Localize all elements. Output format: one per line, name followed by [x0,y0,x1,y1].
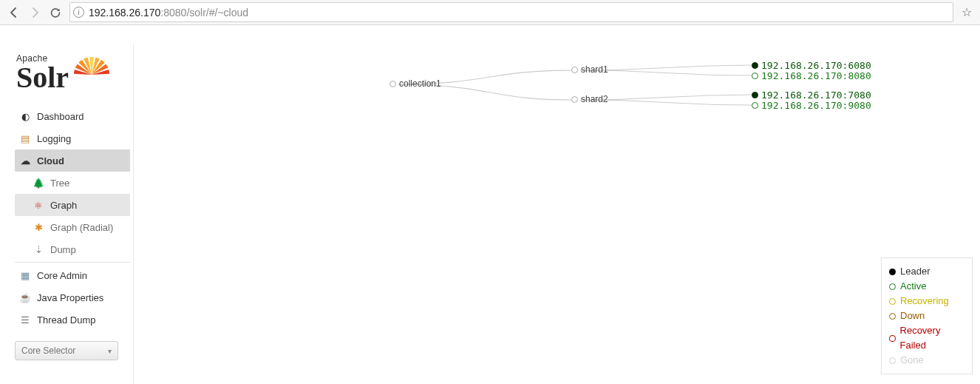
graph-node-replica[interactable]: 192.168.26.170:8080 [752,70,871,81]
coffee-icon: ☕ [19,292,31,303]
sidebar-item-label: Graph [50,200,77,211]
node-label: 192.168.26.170:6080 [761,60,871,71]
logo-solr-label: Solr [16,64,69,92]
legend-dot-icon [889,335,896,342]
legend-row-failed: Recovery Failed [889,323,964,353]
tree-icon: 🌲 [33,177,44,189]
legend-row-leader: Leader [889,264,964,279]
cloud-graph: collection1 shard1 shard2 192.168.26.170… [134,44,980,384]
node-dot-icon [571,67,578,73]
core-selector-dropdown[interactable]: Core Selector ▾ [15,341,118,360]
graph-node-replica[interactable]: 192.168.26.170:6080 [752,60,871,71]
node-dot-icon [752,73,758,79]
legend-row-recovering: Recovering [889,294,964,309]
node-label: shard2 [581,94,608,104]
main-content: collection1 shard1 shard2 192.168.26.170… [133,44,980,384]
legend-dot-icon [889,269,896,275]
legend-dot-icon [889,283,896,290]
sidebar-subitem-graph[interactable]: ⚛ Graph [15,194,130,216]
legend-label: Down [900,309,925,323]
bookmark-star-icon[interactable]: ☆ [958,5,976,19]
dump-icon: ⇣ [33,243,44,255]
chevron-down-icon: ▾ [108,347,112,355]
graph-node-shard2[interactable]: shard2 [571,94,608,104]
sidebar-item-label: Cloud [37,155,64,166]
node-dot-icon [752,62,758,69]
node-label: 192.168.26.170:9080 [761,100,871,111]
sidebar-item-label: Dashboard [37,111,84,122]
back-button[interactable] [4,3,24,22]
node-dot-icon [752,102,758,109]
sidebar-item-thread-dump[interactable]: ☰ Thread Dump [15,309,130,331]
legend-label: Recovering [900,294,949,309]
cloud-submenu: 🌲 Tree ⚛ Graph ✱ Graph (Radial) ⇣ Dump [15,172,130,260]
radial-icon: ✱ [33,221,44,233]
sidebar-item-label: Graph (Radial) [50,222,113,233]
legend-label: Active [900,279,926,294]
cloud-icon: ☁ [19,155,31,166]
legend-dot-icon [889,298,896,305]
sidebar-item-dashboard[interactable]: ◐ Dashboard [15,105,130,127]
sidebar-item-label: Dump [50,244,76,255]
sidebar-subitem-graph-radial[interactable]: ✱ Graph (Radial) [15,216,130,238]
address-bar[interactable]: i 192.168.26.170:8080/solr/#/~cloud [69,2,953,22]
node-label: collection1 [399,78,441,89]
site-info-icon[interactable]: i [73,7,84,18]
notebook-icon: ▤ [19,132,31,144]
sidebar-item-label: Thread Dump [37,314,95,326]
solr-logo: Apache Solr [15,44,130,105]
sidebar-item-label: Tree [50,178,69,189]
legend-label: Gone [900,353,924,368]
sun-icon [73,64,110,92]
legend-row-active: Active [889,279,964,294]
separator [15,262,130,263]
page-padding [0,25,980,44]
legend-box: Leader Active Recovering Down Recovery F… [881,257,973,374]
sidebar-item-cloud[interactable]: ☁ Cloud [15,149,130,172]
node-label: shard1 [581,64,608,75]
legend-dot-icon [889,357,896,364]
graph-node-replica[interactable]: 192.168.26.170:9080 [752,100,871,111]
core-selector-label: Core Selector [21,346,75,356]
node-dot-icon [571,96,578,103]
reload-button[interactable] [46,3,65,22]
sidebar-item-core-admin[interactable]: ▦ Core Admin [15,264,130,286]
graph-icon: ⚛ [33,199,44,211]
graph-node-shard1[interactable]: shard1 [571,64,608,75]
legend-row-gone: Gone [889,353,964,368]
graph-node-replica[interactable]: 192.168.26.170:7080 [752,90,871,101]
forward-button[interactable] [25,3,44,22]
node-dot-icon [389,81,396,87]
node-label: 192.168.26.170:7080 [761,90,871,101]
sidebar-item-label: Logging [37,133,71,144]
browser-toolbar: i 192.168.26.170:8080/solr/#/~cloud ☆ [0,0,980,25]
legend-label: Recovery Failed [900,323,964,353]
sidebar-item-java-properties[interactable]: ☕ Java Properties [15,286,130,309]
threads-icon: ☰ [19,314,31,326]
legend-row-down: Down [889,309,964,323]
legend-dot-icon [889,313,896,320]
legend-label: Leader [900,264,930,279]
url-text: 192.168.26.170:8080/solr/#/~cloud [89,7,248,18]
node-dot-icon [752,92,758,98]
database-icon: ▦ [19,269,31,281]
sidebar-item-logging[interactable]: ▤ Logging [15,127,130,149]
gauge-icon: ◐ [19,110,31,122]
graph-node-collection[interactable]: collection1 [389,78,441,89]
sidebar-subitem-tree[interactable]: 🌲 Tree [15,172,130,194]
sidebar-item-label: Core Admin [37,270,87,281]
sidebar-item-label: Java Properties [37,292,103,303]
node-label: 192.168.26.170:8080 [761,70,871,81]
sidebar-subitem-dump[interactable]: ⇣ Dump [15,238,130,260]
sidebar: Apache Solr [0,44,130,384]
